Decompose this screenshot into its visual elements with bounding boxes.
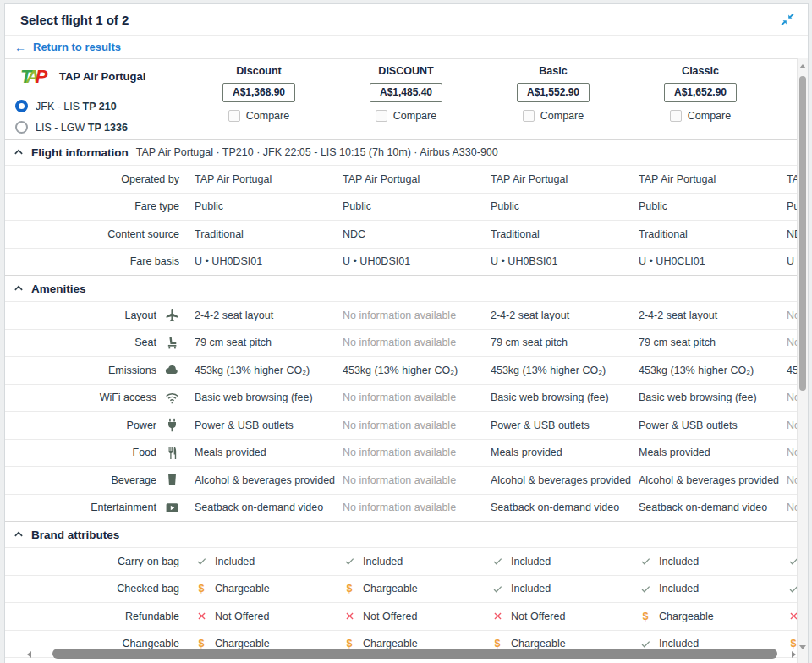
scroll-up-arrow-icon[interactable]: [799, 64, 806, 68]
compare-label: Compare: [688, 110, 731, 122]
cell-value: Public: [343, 200, 371, 212]
chevron-up-icon: [14, 283, 24, 293]
table-cell: No information available: [343, 337, 491, 348]
row-label-text: Fare basis: [130, 255, 179, 267]
page-background: Select flight 1 of 2 ← Return to results…: [0, 0, 812, 663]
table-row: BeverageAlcohol & beverages providedNo i…: [5, 467, 808, 495]
flight-option-tp-1336[interactable]: LIS - LGW TP 1336: [15, 117, 128, 138]
section-header-amenities[interactable]: Amenities: [5, 275, 808, 302]
cell-value: Alcohol & beverages provided: [639, 474, 779, 486]
fare-column-3: ClassicA$1,652.90Compare: [627, 65, 774, 122]
scroll-right-arrow-icon[interactable]: [792, 651, 796, 658]
return-to-results-link[interactable]: Return to results: [33, 41, 121, 53]
airplane-icon: [165, 308, 179, 322]
fare-name: Discount: [185, 65, 332, 79]
compare-option: Compare: [480, 110, 627, 122]
table-cell: U • UH0DSI01: [343, 255, 491, 267]
check-icon: [639, 556, 652, 567]
row-label: Layout: [5, 308, 195, 322]
table-cell: Power & USB outlets: [639, 419, 787, 431]
cell-value: No information available: [343, 501, 456, 513]
cell-value: U • UH0DSI01: [195, 255, 262, 267]
table-row: RefundableNot OfferedNot OfferedNot Offe…: [5, 603, 808, 631]
wifi-icon: [165, 391, 179, 405]
table-cell: $Chargeable: [639, 611, 787, 622]
row-label-text: Entertainment: [91, 501, 156, 513]
scroll-left-arrow-icon[interactable]: [27, 651, 31, 658]
cell-value: Alcohol & beverages provided: [195, 474, 335, 486]
table-cell: TAP Air Portugal: [639, 173, 787, 185]
compare-option: Compare: [185, 110, 332, 122]
table-cell: $Chargeable: [195, 583, 343, 595]
table-cell: Traditional: [491, 228, 639, 240]
cell-value: TAP Air Portugal: [639, 173, 716, 185]
row-label: Emissions: [5, 363, 195, 377]
cell-value: No information available: [343, 447, 456, 458]
table-cell: No information available: [343, 447, 491, 458]
scroll-down-arrow-icon[interactable]: [799, 645, 806, 649]
vertical-scrollbar-thumb[interactable]: [799, 76, 806, 391]
row-label: Fare basis: [5, 255, 195, 267]
cell-value: Chargeable: [363, 583, 418, 595]
compare-checkbox[interactable]: [523, 110, 535, 122]
horizontal-scrollbar-thumb[interactable]: [52, 649, 777, 659]
table-cell: Included: [639, 583, 787, 595]
cell-value: TAP Air Portugal: [195, 173, 272, 185]
table-cell: TAP Air Portugal: [343, 173, 491, 185]
collapse-icon[interactable]: [779, 11, 796, 28]
cell-value: Meals provided: [491, 447, 562, 458]
fare-price-button[interactable]: A$1,368.90: [222, 83, 295, 102]
table-cell: Included: [195, 556, 343, 567]
fare-price-button[interactable]: A$1,552.90: [517, 83, 590, 102]
row-label-text: Power: [127, 419, 156, 431]
dollar-icon: $: [343, 583, 356, 595]
chevron-up-icon: [14, 147, 24, 157]
vertical-scrollbar[interactable]: [797, 58, 808, 663]
cell-value: TAP Air Portugal: [491, 173, 568, 185]
compare-checkbox[interactable]: [376, 110, 387, 122]
row-label: Entertainment: [5, 501, 195, 515]
cell-value: Chargeable: [215, 583, 270, 595]
table-cell: Not Offered: [491, 611, 639, 622]
fare-columns: DiscountA$1,368.90CompareDISCOUNTA$1,485…: [185, 65, 774, 122]
cell-value: Basic web browsing (fee): [195, 392, 313, 403]
cell-value: Not Offered: [215, 611, 269, 622]
radio-button[interactable]: [15, 121, 28, 134]
horizontal-scrollbar[interactable]: [27, 649, 796, 660]
cell-value: Power & USB outlets: [195, 419, 294, 431]
table-cell: Public: [343, 200, 491, 212]
fare-price-button[interactable]: A$1,485.40: [370, 83, 442, 102]
table-cell: Alcohol & beverages provided: [195, 474, 343, 486]
flight-leg-options: JFK - LIS TP 210LIS - LGW TP 1336: [15, 96, 128, 138]
dollar-icon: $: [195, 583, 208, 595]
table-cell: 2-4-2 seat layout: [639, 310, 787, 321]
cell-value: Power & USB outlets: [639, 419, 738, 431]
beverage-icon: [165, 473, 179, 487]
table-row: Checked bag$Chargeable$ChargeableInclude…: [5, 576, 808, 604]
cell-value: 79 cm seat pitch: [491, 337, 568, 348]
table-cell: Power & USB outlets: [491, 419, 639, 431]
table-cell: Included: [343, 556, 491, 567]
cell-value: Not Offered: [363, 611, 417, 622]
row-label: Carry-on bag: [5, 556, 195, 567]
cell-value: 79 cm seat pitch: [639, 337, 716, 348]
cell-value: Included: [511, 556, 551, 567]
table-cell: Seatback on-demand video: [195, 501, 343, 513]
flight-option-label: JFK - LIS TP 210: [36, 101, 117, 112]
fare-price-button[interactable]: A$1,652.90: [664, 83, 737, 102]
row-label-text: Layout: [124, 310, 156, 321]
radio-button-selected[interactable]: [15, 100, 28, 112]
compare-checkbox[interactable]: [228, 110, 240, 122]
flight-option-tp-210[interactable]: JFK - LIS TP 210: [15, 96, 128, 117]
return-row: ← Return to results: [5, 36, 808, 59]
section-header-brand-attributes[interactable]: Brand attributes: [5, 521, 808, 548]
section-title: Flight information: [31, 146, 129, 159]
cell-value: Meals provided: [639, 447, 710, 458]
compare-checkbox[interactable]: [670, 110, 682, 122]
cell-value: Seatback on-demand video: [491, 501, 619, 513]
section-header-flight-information[interactable]: Flight informationTAP Air Portugal · TP2…: [5, 139, 808, 166]
table-cell: Seatback on-demand video: [491, 501, 639, 513]
cell-value: 2-4-2 seat layout: [491, 310, 569, 321]
cell-value: 2-4-2 seat layout: [639, 310, 717, 321]
cell-value: U • UH0CLI01: [639, 255, 705, 267]
